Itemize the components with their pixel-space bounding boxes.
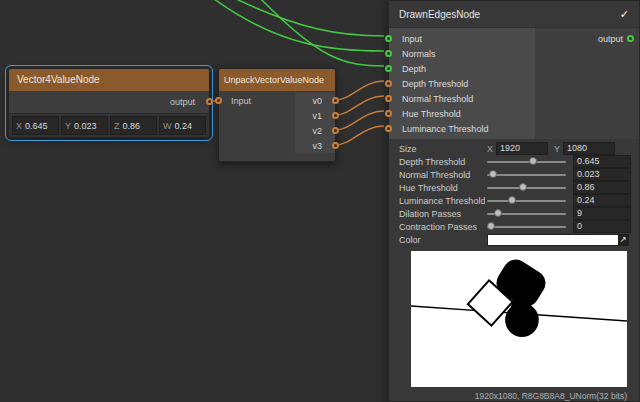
prop-row-depth-threshold: Depth Threshold 0.645 [389,155,639,168]
field-value: 0.645 [25,121,48,131]
color-field[interactable]: ↗ [487,234,629,246]
size-x-field[interactable]: 1920 [496,142,548,155]
v3-port[interactable] [332,142,339,149]
slider-label: Depth Threshold [399,157,485,167]
edge-render-preview [411,251,627,387]
dilation-passes-value[interactable]: 9 [573,207,631,220]
vector4-fields: X 0.645 Y 0.023 Z 0.86 W 0.24 [9,113,209,137]
luminance-threshold-port[interactable] [385,125,392,132]
check-icon[interactable]: ✓ [620,9,629,20]
wire-to-input[interactable] [230,0,384,36]
panel-header[interactable]: DrawnEdgesNode ✓ [389,1,639,28]
vector-field-y[interactable]: Y 0.023 [61,116,108,135]
output-ports-column: output [535,28,639,139]
output-row: output [9,91,209,113]
wire-to-depth[interactable] [258,0,384,66]
v2-port[interactable] [332,127,339,134]
contraction-passes-value[interactable]: 0 [573,220,631,233]
vector-field-x[interactable]: X 0.645 [12,116,59,135]
port-row-input: Input [389,31,535,46]
node-drawnedgesnode[interactable]: DrawnEdgesNode ✓ Input Normals Depth [388,0,640,402]
output-row-v1: v1 [295,108,335,123]
slider-handle[interactable] [529,157,537,165]
output-port-label: v1 [312,111,322,121]
luminance-threshold-slider[interactable] [487,194,566,207]
slider-handle[interactable] [489,170,497,178]
input-port[interactable] [215,97,222,104]
slider-label: Normal Threshold [399,170,485,180]
output-port-label: v2 [312,126,322,136]
slider-track[interactable] [487,174,566,176]
slider-label: Dilation Passes [399,209,485,219]
output-port-label: output [598,34,623,44]
size-row: Size X 1920 Y 1080 [389,142,639,155]
port-label: Depth [402,64,426,74]
slider-track[interactable] [487,226,566,228]
ports-section: Input Normals Depth Depth Threshold Norm… [389,28,639,139]
prop-row-luminance-threshold: Luminance Threshold 0.24 [389,194,639,207]
port-row-normals: Normals [389,46,535,61]
v1-port[interactable] [332,112,339,119]
input-port[interactable] [385,35,392,42]
slider-track[interactable] [487,161,566,163]
hue-threshold-port[interactable] [385,110,392,117]
contraction-passes-slider[interactable] [487,220,566,233]
depth-threshold-slider[interactable] [487,155,566,168]
size-y-field[interactable]: 1080 [563,142,615,155]
panel-title: DrawnEdgesNode [399,9,480,20]
output-row-v3: v3 [295,138,335,153]
node-preview-image [411,251,627,387]
output-port[interactable] [627,35,634,42]
slider-track[interactable] [487,200,566,202]
output-row-v0: v0 [295,93,335,108]
slider-handle[interactable] [487,222,495,230]
luminance-threshold-value[interactable]: 0.24 [573,194,631,207]
port-row-depth: Depth [389,61,535,76]
wire-to-normals[interactable] [210,0,384,51]
preview-caption: 1920x1080, R8G8B8A8_UNorm(32 bits) [389,387,639,401]
field-label: W [160,121,175,131]
field-value: 0.24 [175,121,193,131]
prop-row-normal-threshold: Normal Threshold 0.023 [389,168,639,181]
field-value: 0.023 [74,121,97,131]
prop-row-contraction-passes: Contraction Passes 0 [389,220,639,233]
node-title[interactable]: UnpackVectorValueNode [219,69,335,91]
slider-label: Hue Threshold [399,183,485,193]
port-row-normal-threshold: Normal Threshold [389,91,535,106]
slider-handle[interactable] [519,183,527,191]
output-row: output [535,31,639,46]
port-row-luminance-threshold: Luminance Threshold [389,121,535,136]
dilation-passes-slider[interactable] [487,207,566,220]
normal-threshold-value[interactable]: 0.023 [573,168,631,181]
size-x-label: X [487,144,493,154]
port-label: Input [402,34,422,44]
node-vector4valuenode[interactable]: Vector4ValueNode output X 0.645 Y 0.023 … [8,68,210,138]
v0-port[interactable] [332,97,339,104]
port-label: Normal Threshold [402,94,473,104]
port-row-depth-threshold: Depth Threshold [389,76,535,91]
port-label: Depth Threshold [402,79,468,89]
port-label: Hue Threshold [402,109,461,119]
node-title[interactable]: Vector4ValueNode [9,69,209,91]
input-port-label: Input [231,96,251,106]
depth-threshold-port[interactable] [385,80,392,87]
vector-field-w[interactable]: W 0.24 [159,116,206,135]
slider-handle[interactable] [508,196,516,204]
node-unpackvectorvaluenode[interactable]: UnpackVectorValueNode Input v0 v1 v2 v3 [218,68,336,162]
port-label: Luminance Threshold [402,124,488,134]
slider-label: Luminance Threshold [399,196,485,206]
depth-port[interactable] [385,65,392,72]
slider-handle[interactable] [494,209,502,217]
vector-field-z[interactable]: Z 0.86 [110,116,157,135]
port-row-hue-threshold: Hue Threshold [389,106,535,121]
hue-threshold-value[interactable]: 0.86 [573,181,631,194]
color-row: Color ↗ [389,233,639,246]
depth-threshold-value[interactable]: 0.645 [573,155,631,168]
normal-threshold-port[interactable] [385,95,392,102]
output-port[interactable] [206,98,213,105]
normals-port[interactable] [385,50,392,57]
node-graph-canvas[interactable]: Vector4ValueNode output X 0.645 Y 0.023 … [0,0,640,402]
normal-threshold-slider[interactable] [487,168,566,181]
hue-threshold-slider[interactable] [487,181,566,194]
size-y-label: Y [554,144,560,154]
